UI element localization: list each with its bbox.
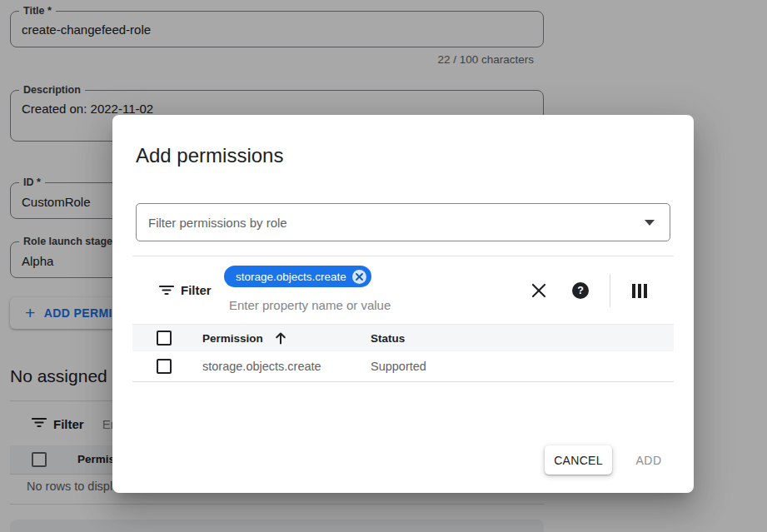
dialog-filter-input[interactable]: Enter property name or value: [229, 298, 391, 312]
dialog-title: Add permissions: [136, 144, 283, 167]
permission-column-header[interactable]: Permission: [202, 332, 263, 345]
help-icon[interactable]: ?: [570, 281, 590, 301]
divider: [132, 256, 674, 256]
filter-chip[interactable]: storage.objects.create: [224, 266, 371, 287]
cancel-button[interactable]: CANCEL: [545, 445, 612, 475]
sort-ascending-icon[interactable]: [274, 331, 287, 348]
dialog-table-header: Permission Status: [132, 324, 674, 351]
create-role-page: Title * create-changefeed-role 22 / 100 …: [0, 0, 767, 532]
filter-chip-label: storage.objects.create: [236, 271, 346, 283]
filter-permissions-by-role-select[interactable]: Filter permissions by role: [136, 203, 670, 241]
dialog-filter-label: Filter: [181, 283, 212, 297]
divider: [610, 274, 610, 307]
select-all-checkbox[interactable]: [157, 331, 172, 346]
add-button[interactable]: ADD: [624, 445, 674, 475]
chip-remove-icon[interactable]: [352, 270, 366, 284]
table-row[interactable]: storage.objects.create Supported: [132, 351, 674, 382]
chevron-down-icon: [645, 220, 655, 226]
filter-icon: [159, 283, 174, 300]
role-select-placeholder: Filter permissions by role: [148, 216, 645, 230]
column-display-icon[interactable]: [630, 281, 650, 301]
clear-filters-icon[interactable]: [529, 281, 549, 301]
add-permissions-dialog: Add permissions Filter permissions by ro…: [112, 115, 694, 493]
row-checkbox[interactable]: [157, 359, 172, 374]
permission-cell: storage.objects.create: [202, 360, 321, 373]
status-column-header[interactable]: Status: [371, 332, 405, 345]
status-cell: Supported: [371, 360, 426, 373]
